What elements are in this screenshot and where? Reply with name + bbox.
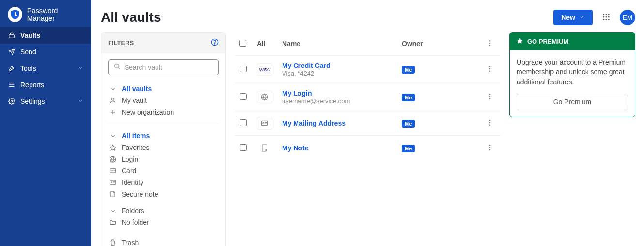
filters-panel: FILTERS All vaults [101,32,226,246]
trash-icon [109,239,117,246]
apps-grid-button[interactable] [598,10,614,25]
nav-item-send[interactable]: Send [0,44,91,60]
svg-point-36 [489,68,490,69]
avatar[interactable]: EM [620,10,635,25]
col-header-owner: Owner [397,32,479,56]
search-input[interactable] [125,64,213,71]
premium-text: Upgrade your account to a Premium member… [517,57,628,87]
nav-item-vaults[interactable]: Vaults [0,27,91,44]
identity-icon [257,117,272,130]
table-row: My Login username@service.com Me [235,83,501,111]
help-icon[interactable] [211,38,219,48]
avatar-initials: EM [623,14,633,21]
filter-folders-header[interactable]: Folders [108,205,219,216]
col-header-name: Name [277,32,397,56]
filter-label: All items [122,132,150,140]
filter-label: Card [122,167,136,175]
table-header-row: All Name Owner [235,32,501,56]
nav-label: Settings [20,98,45,105]
svg-point-37 [489,70,490,71]
table-row: My Note Me [235,136,501,161]
row-checkbox[interactable] [240,119,247,126]
svg-point-8 [606,14,607,15]
more-vertical-icon [486,93,494,102]
filter-label: All vaults [122,85,152,93]
chevron-down-icon [579,14,585,21]
nav-label: Tools [20,65,36,72]
filter-favorites[interactable]: Favorites [108,142,219,153]
nav-label: Send [20,48,36,56]
folder-icon [109,219,117,226]
svg-point-11 [606,16,607,17]
item-name-link[interactable]: My Login [282,89,392,97]
row-actions-button[interactable] [484,91,496,103]
owner-badge: Me [402,66,415,74]
filter-all-items[interactable]: All items [108,130,219,142]
nav-label: Reports [20,81,44,89]
svg-point-10 [603,16,604,17]
item-subtitle: Visa, *4242 [282,70,314,77]
table-row: VISA My Credit Card Visa, *4242 Me [235,56,501,83]
filter-label: Trash [122,239,139,246]
premium-title: GO PREMIUM [527,38,568,45]
row-actions-button[interactable] [484,64,496,75]
row-actions-button[interactable] [484,142,496,154]
filter-no-folder[interactable]: No folder [108,216,219,228]
filter-login[interactable]: Login [108,153,219,165]
content: FILTERS All vaults [101,32,635,246]
filter-identity[interactable]: Identity [108,177,219,188]
nav-item-reports[interactable]: Reports [0,77,91,93]
svg-point-35 [489,66,490,67]
brand: Password Manager [0,0,91,27]
item-name-link[interactable]: My Credit Card [282,62,392,69]
svg-point-42 [489,98,490,99]
items-table: All Name Owner [235,32,501,160]
premium-header: GO PREMIUM [510,33,635,50]
row-checkbox[interactable] [240,144,247,151]
svg-point-52 [489,149,490,150]
divider [108,124,219,124]
go-premium-button[interactable]: Go Premium [517,94,628,110]
row-checkbox[interactable] [240,93,247,100]
sidebar: Password Manager Vaults Send Tools Repor… [0,0,91,246]
filter-label: Identity [122,179,143,186]
owner-badge: Me [402,94,415,101]
search-wrap[interactable] [108,59,219,75]
svg-point-49 [489,124,490,125]
new-button[interactable]: New [553,10,593,25]
item-name-link[interactable]: My Note [282,144,392,152]
identity-icon [109,179,117,186]
filter-trash[interactable]: Trash [108,237,219,246]
filter-secure-note[interactable]: Secure note [108,188,219,200]
filter-label: Login [122,155,138,163]
nav-item-tools[interactable]: Tools [0,60,91,77]
filter-all-vaults[interactable]: All vaults [108,83,219,95]
svg-point-41 [489,96,490,97]
row-checkbox[interactable] [240,66,247,72]
send-icon [8,49,16,55]
svg-point-47 [489,120,490,121]
col-header-checkbox [235,32,252,56]
filter-my-vault[interactable]: My vault [108,95,219,106]
select-all-checkbox[interactable] [239,40,246,47]
row-actions-button[interactable] [484,117,496,129]
item-name-link[interactable]: My Mailing Address [282,119,392,127]
premium-card: GO PREMIUM Upgrade your account to a Pre… [509,32,635,117]
svg-rect-43 [261,121,267,125]
filter-label: New organization [122,108,174,116]
filter-new-organization[interactable]: New organization [108,106,219,118]
chevron-down-icon [109,86,117,92]
filter-card[interactable]: Card [108,165,219,177]
nav-item-settings[interactable]: Settings [0,93,91,110]
col-header-actions [479,32,501,56]
grid-icon [602,13,611,23]
more-vertical-icon [486,65,494,74]
svg-point-12 [608,16,610,17]
user-icon [109,97,117,104]
card-icon [109,167,117,174]
card-brand-icon: VISA [257,63,272,76]
header-actions-button[interactable] [484,38,496,49]
col-header-all[interactable]: All [252,32,277,56]
plus-icon [109,109,117,115]
svg-point-9 [608,14,610,15]
